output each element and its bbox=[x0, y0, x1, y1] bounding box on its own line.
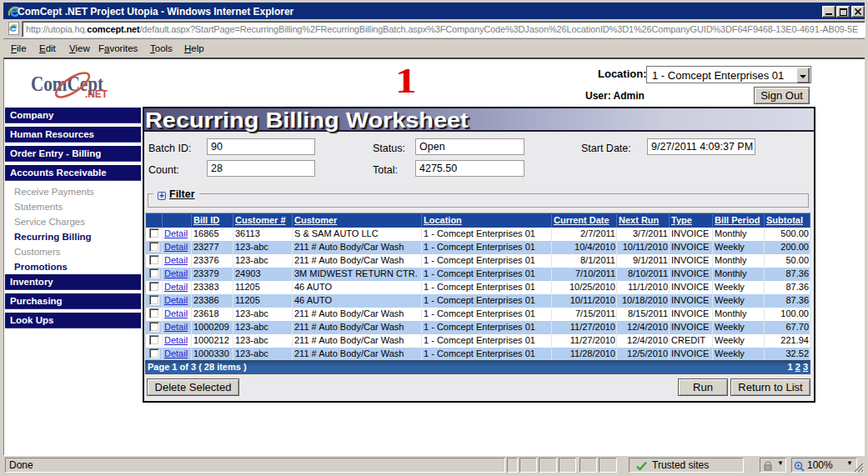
svg-text:.NET: .NET bbox=[85, 88, 108, 100]
